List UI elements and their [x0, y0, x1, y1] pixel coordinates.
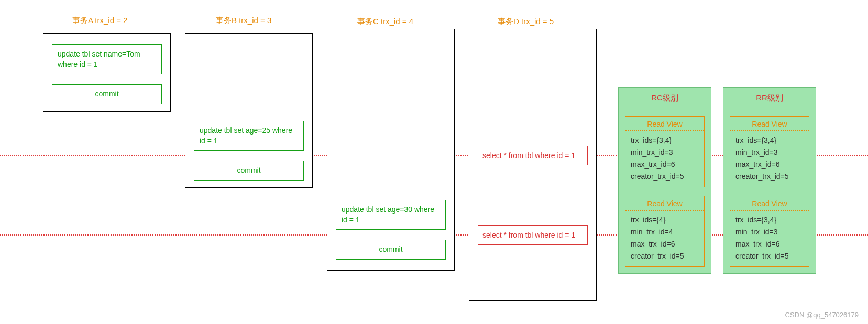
tx-b-box: update tbl set age=25 where id = 1 commi… — [185, 33, 313, 188]
rr-rv1-l2: min_trx_id=3 — [735, 147, 804, 159]
rc-readview-2: Read View trx_ids={4} min_trx_id=4 max_t… — [625, 196, 705, 267]
tx-a-update: update tbl set name=Tom where id = 1 — [52, 44, 162, 74]
rr-panel: RR级别 Read View trx_ids={3,4} min_trx_id=… — [723, 87, 816, 274]
rr-rv1-head: Read View — [730, 117, 809, 131]
tx-d-box: select * from tbl where id = 1 select * … — [469, 29, 597, 301]
rc-rv1-l2: min_trx_id=3 — [631, 147, 699, 159]
rc-rv1-head: Read View — [625, 117, 704, 131]
rr-title: RR级别 — [723, 93, 816, 103]
tx-b-update: update tbl set age=25 where id = 1 — [194, 121, 304, 151]
watermark: CSDN @qq_547026179 — [785, 311, 859, 319]
rc-rv2-head: Read View — [625, 196, 704, 211]
rr-rv2-l3: max_trx_id=6 — [735, 238, 804, 250]
tx-c-update: update tbl set age=30 where id = 1 — [336, 200, 446, 230]
rr-readview-2: Read View trx_ids={3,4} min_trx_id=3 max… — [730, 196, 809, 267]
rc-panel: RC级别 Read View trx_ids={3,4} min_trx_id=… — [618, 87, 711, 274]
rr-rv2-l2: min_trx_id=3 — [735, 226, 804, 238]
tx-b-commit: commit — [194, 161, 304, 181]
tx-a-box: update tbl set name=Tom where id = 1 com… — [43, 33, 171, 112]
rc-rv2-l1: trx_ids={4} — [631, 214, 699, 226]
rc-rv1-l3: max_trx_id=6 — [631, 159, 699, 171]
rr-rv2-head: Read View — [730, 196, 809, 211]
rr-rv1-l3: max_trx_id=6 — [735, 159, 804, 171]
rr-rv1-body: trx_ids={3,4} min_trx_id=3 max_trx_id=6 … — [730, 131, 809, 187]
rr-rv1-l4: creator_trx_id=5 — [735, 171, 804, 183]
rc-title: RC级别 — [619, 93, 711, 103]
rr-rv1-l1: trx_ids={3,4} — [735, 135, 804, 147]
rc-rv2-l4: creator_trx_id=5 — [631, 250, 699, 262]
tx-c-commit: commit — [336, 240, 446, 260]
rc-rv2-l3: max_trx_id=6 — [631, 238, 699, 250]
tx-a-title: 事务A trx_id = 2 — [72, 16, 127, 26]
rc-rv1-l4: creator_trx_id=5 — [631, 171, 699, 183]
tx-d-select-1: select * from tbl where id = 1 — [478, 146, 588, 165]
tx-c-title: 事务C trx_id = 4 — [357, 17, 413, 27]
rr-rv2-l1: trx_ids={3,4} — [735, 214, 804, 226]
rr-rv2-l4: creator_trx_id=5 — [735, 250, 804, 262]
rc-rv2-l2: min_trx_id=4 — [631, 226, 699, 238]
tx-a-commit: commit — [52, 84, 162, 104]
rc-rv2-body: trx_ids={4} min_trx_id=4 max_trx_id=6 cr… — [625, 211, 704, 266]
tx-d-title: 事务D trx_id = 5 — [498, 17, 554, 27]
rc-rv1-l1: trx_ids={3,4} — [631, 135, 699, 147]
tx-b-title: 事务B trx_id = 3 — [216, 16, 271, 26]
rc-rv1-body: trx_ids={3,4} min_trx_id=3 max_trx_id=6 … — [625, 131, 704, 187]
tx-d-select-2: select * from tbl where id = 1 — [478, 225, 588, 245]
rr-readview-1: Read View trx_ids={3,4} min_trx_id=3 max… — [730, 116, 809, 187]
rr-rv2-body: trx_ids={3,4} min_trx_id=3 max_trx_id=6 … — [730, 211, 809, 266]
tx-c-box: update tbl set age=30 where id = 1 commi… — [327, 29, 455, 271]
rc-readview-1: Read View trx_ids={3,4} min_trx_id=3 max… — [625, 116, 705, 187]
